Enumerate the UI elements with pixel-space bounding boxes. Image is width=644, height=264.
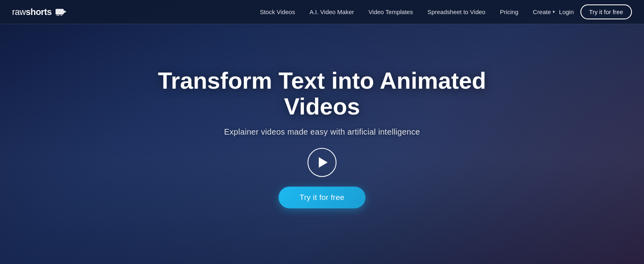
svg-rect-3 — [60, 15, 62, 16]
nav-link-create[interactable]: Create — [533, 8, 551, 15]
hero-section: rawshorts Stock Videos A.I. Video Maker … — [0, 0, 644, 264]
try-free-button-hero[interactable]: Try it for free — [279, 187, 365, 208]
hero-title: Transform Text into Animated Videos — [141, 68, 503, 119]
nav-links: Stock Videos A.I. Video Maker Video Temp… — [260, 8, 555, 16]
logo-text: rawshorts — [12, 7, 67, 17]
hero-content: Transform Text into Animated Videos Expl… — [141, 68, 503, 208]
svg-rect-2 — [56, 15, 60, 16]
svg-marker-1 — [64, 10, 66, 13]
nav-link-spreadsheet-to-video[interactable]: Spreadsheet to Video — [427, 8, 485, 15]
nav-item-spreadsheet-to-video[interactable]: Spreadsheet to Video — [427, 8, 485, 16]
navbar: rawshorts Stock Videos A.I. Video Maker … — [0, 0, 644, 24]
nav-link-pricing[interactable]: Pricing — [500, 8, 518, 15]
logo-icon — [56, 8, 67, 17]
logo-text-shorts: shorts — [26, 7, 52, 17]
nav-link-video-templates[interactable]: Video Templates — [369, 8, 413, 15]
try-free-button-nav[interactable]: Try it for free — [580, 4, 632, 19]
nav-item-video-templates[interactable]: Video Templates — [369, 8, 413, 16]
nav-link-stock-videos[interactable]: Stock Videos — [260, 8, 295, 15]
nav-item-create[interactable]: Create ▾ — [533, 8, 555, 15]
svg-rect-0 — [56, 9, 64, 15]
nav-link-ai-video-maker[interactable]: A.I. Video Maker — [310, 8, 354, 15]
chevron-down-icon: ▾ — [553, 9, 555, 15]
nav-item-stock-videos[interactable]: Stock Videos — [260, 8, 295, 16]
hero-subtitle: Explainer videos made easy with artifici… — [224, 127, 420, 137]
play-triangle-icon — [319, 157, 328, 168]
logo-text-raw: raw — [12, 7, 26, 17]
nav-item-pricing[interactable]: Pricing — [500, 8, 518, 16]
play-button[interactable] — [308, 148, 336, 177]
logo[interactable]: rawshorts — [12, 7, 67, 17]
nav-item-ai-video-maker[interactable]: A.I. Video Maker — [310, 8, 354, 16]
login-link[interactable]: Login — [559, 8, 574, 15]
